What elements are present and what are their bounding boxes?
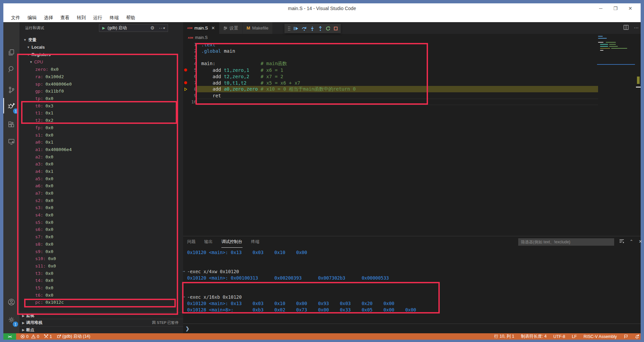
minimap[interactable] [597, 35, 635, 75]
register-row-tp[interactable]: tp:0x0 [19, 95, 183, 102]
launch-config-dropdown[interactable]: ▶ (gdb) 启动 ▾ [99, 24, 168, 32]
panel-tab-终端[interactable]: 终端 [251, 236, 260, 248]
breakpoint-icon[interactable] [184, 68, 187, 71]
register-row-a7[interactable]: a7:0x0 [19, 190, 183, 197]
stop-icon[interactable] [334, 27, 338, 31]
console-filter[interactable] [518, 238, 614, 246]
register-row-a5[interactable]: a5:0x0 [19, 175, 183, 182]
code-editor[interactable]: 1.text2.global main34main: # main函数5 add… [183, 41, 636, 236]
code-line-2[interactable]: 2.global main [183, 48, 636, 54]
register-row-t2[interactable]: t2:0x2 [19, 117, 183, 124]
drag-grip-icon[interactable] [288, 26, 290, 31]
code-line-8[interactable]: 8 add a0,zero,zero # x10 = 0 相当于main函数中的… [183, 86, 636, 92]
register-row-zero[interactable]: zero:0x0 [19, 66, 183, 73]
step-out-icon[interactable] [318, 26, 323, 31]
code-line-10[interactable]: 10 [183, 99, 636, 105]
menu-item-选择[interactable]: 选择 [40, 15, 57, 21]
register-row-s11[interactable]: s11:0x0 [19, 262, 183, 270]
menu-item-文件[interactable]: 文件 [7, 15, 24, 21]
register-row-t3[interactable]: t3:0x0 [19, 270, 183, 277]
problems-status[interactable]: 0 0 [18, 333, 42, 340]
debug-session-status[interactable]: (gdb) 启动 (14) [54, 333, 93, 340]
run-and-debug-icon[interactable]: 1 [3, 98, 19, 114]
code-line-9[interactable]: 9 ret [183, 92, 636, 99]
overview-ruler[interactable] [636, 22, 641, 236]
explorer-icon[interactable] [3, 44, 19, 60]
register-row-t1[interactable]: t1:0x1 [19, 109, 183, 117]
register-row-s10[interactable]: s10:0x0 [19, 255, 183, 262]
restart-icon[interactable] [326, 26, 330, 31]
register-row-a2[interactable]: a2:0x0 [19, 153, 183, 160]
register-row-s6[interactable]: s6:0x0 [19, 226, 183, 233]
register-row-t5[interactable]: t5:0x0 [19, 284, 183, 292]
tab-settings[interactable]: 设置 [219, 22, 243, 34]
debug-settings-gear-icon[interactable]: ⚙ [150, 25, 155, 31]
maximize-panel-icon[interactable]: ⌃ [630, 239, 633, 244]
close-icon[interactable]: ✕ [211, 26, 215, 31]
register-row-s8[interactable]: s8:0x0 [19, 241, 183, 248]
variables-section-header[interactable]: ▼ 变量 [19, 36, 183, 44]
tab-main-s[interactable]: ASM main.S ✕ [183, 22, 219, 34]
menu-item-转到[interactable]: 转到 [73, 15, 90, 21]
register-row-t6[interactable]: t6:0x0 [19, 291, 183, 299]
settings-gear-icon[interactable]: 1 [3, 312, 19, 328]
filter-input[interactable] [518, 240, 614, 244]
register-row-ra[interactable]: ra:0x100d2 [19, 73, 183, 81]
register-row-s1[interactable]: s1:0x0 [19, 131, 183, 139]
code-line-7[interactable]: 7 add t0,t1,t2 # x5 = x6 + x7 [183, 80, 636, 86]
tree-item-locals[interactable]: ▼ Locals [19, 44, 183, 51]
split-editor-icon[interactable] [624, 25, 629, 30]
tree-item-registers[interactable]: ▼ Registers [19, 51, 183, 58]
watch-section-header[interactable]: ▶ 监视 [19, 312, 183, 319]
code-line-4[interactable]: 4main: # main函数 [183, 60, 636, 67]
filter-lines-icon[interactable] [619, 239, 624, 244]
panel-tab-输出[interactable]: 输出 [204, 236, 213, 248]
breakpoints-section-header[interactable]: ▶ 断点 [19, 326, 183, 333]
register-row-s9[interactable]: s9:0x0 [19, 248, 183, 255]
eol-status[interactable]: LF [569, 333, 580, 340]
register-row-sp[interactable]: sp:0x408006e0 [19, 80, 183, 88]
source-control-icon[interactable] [3, 82, 19, 98]
account-icon[interactable] [3, 294, 19, 310]
code-line-6[interactable]: 6 add t2,zero,2 # x7 = 2 [183, 73, 636, 80]
register-row-s3[interactable]: s3:0x0 [19, 204, 183, 211]
menu-item-终端[interactable]: 终端 [106, 15, 122, 21]
more-actions-icon[interactable]: ··· [159, 25, 165, 31]
menu-item-帮助[interactable]: 帮助 [122, 15, 139, 21]
panel-tab-问题[interactable]: 问题 [187, 236, 196, 248]
debug-console-input[interactable]: ❯ [183, 324, 641, 333]
register-row-a0[interactable]: a0:0x1 [19, 139, 183, 146]
restore-icon[interactable]: ❐ [612, 5, 619, 11]
breakpoint-icon[interactable] [184, 81, 187, 84]
step-over-icon[interactable] [302, 26, 307, 31]
register-row-s5[interactable]: s5:0x0 [19, 218, 183, 226]
tab-makefile[interactable]: M Makefile [243, 22, 273, 34]
close-icon[interactable]: ✕ [627, 5, 633, 11]
register-row-t0[interactable]: t0:0x3 [19, 102, 183, 109]
register-row-pc[interactable]: pc:0x1012c [19, 299, 183, 306]
close-panel-icon[interactable]: ✕ [639, 239, 642, 244]
ports-status[interactable]: 1 [42, 333, 54, 340]
tree-item-cpu[interactable]: ▼ CPU [19, 58, 183, 66]
register-row-gp[interactable]: gp:0x11bf0 [19, 88, 183, 95]
cursor-position-status[interactable]: 行 10, 列 1 [491, 333, 518, 340]
register-row-s4[interactable]: s4:0x0 [19, 211, 183, 219]
breadcrumb[interactable]: ASM main.S [183, 34, 641, 41]
remote-indicator[interactable]: >< [3, 333, 16, 340]
encoding-status[interactable]: UTF-8 [550, 333, 569, 340]
indentation-status[interactable]: 制表符长度: 4 [518, 333, 550, 340]
remote-explorer-icon[interactable] [3, 134, 19, 150]
minimize-icon[interactable]: ─ [598, 5, 604, 11]
step-into-icon[interactable] [310, 26, 315, 31]
register-row-a4[interactable]: a4:0x1 [19, 168, 183, 175]
register-row-s2[interactable]: s2:0x0 [19, 197, 183, 204]
call-stack-section-header[interactable]: ▶ 调用堆栈 因 STEP 已暂停 [19, 319, 183, 326]
register-row-t4[interactable]: t4:0x0 [19, 277, 183, 284]
panel-tab-调试控制台[interactable]: 调试控制台 [221, 236, 243, 248]
register-row-s7[interactable]: s7:0x0 [19, 233, 183, 241]
register-row-fp[interactable]: fp:0x0 [19, 124, 183, 132]
feedback-icon[interactable] [620, 333, 631, 340]
menu-item-编辑[interactable]: 编辑 [24, 15, 40, 21]
menu-item-运行[interactable]: 运行 [90, 15, 106, 21]
register-row-a3[interactable]: a3:0x0 [19, 160, 183, 168]
